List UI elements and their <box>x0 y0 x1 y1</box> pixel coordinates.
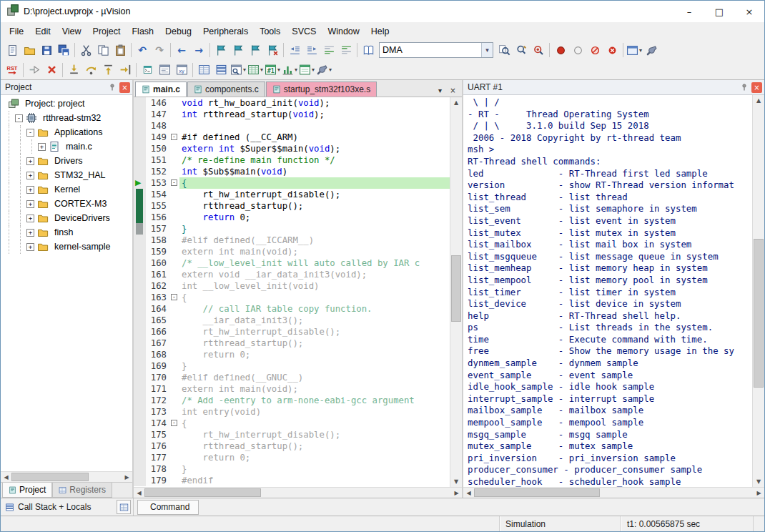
run-button[interactable] <box>26 61 43 79</box>
editor-tab-components-c[interactable]: components.c <box>187 82 265 97</box>
code-line-150[interactable]: 150extern int $Super$$main(void); <box>134 143 450 154</box>
tree-item-cortex-m3[interactable]: +CORTEX-M3 <box>1 197 132 211</box>
menu-project[interactable]: Project <box>87 24 127 39</box>
search-combo-input[interactable] <box>380 45 481 55</box>
menu-flash[interactable]: Flash <box>126 24 159 39</box>
tree-item-finsh[interactable]: +finsh <box>1 225 132 240</box>
code-line-170[interactable]: 170#elif defined(__GNUC__) <box>134 372 450 383</box>
code-line-163[interactable]: 163-{ <box>134 292 450 303</box>
scroll-left-icon[interactable]: ◀ <box>1 474 11 481</box>
code-line-160[interactable]: 160/* __low_level_init will auto called … <box>134 257 450 269</box>
code-line-148[interactable]: 148 <box>134 120 450 132</box>
tree-item-drivers[interactable]: +Drivers <box>1 154 132 168</box>
code-line-168[interactable]: 168 return 0; <box>134 349 450 360</box>
editor-horizontal-scrollbar[interactable]: ◀ ▶ <box>134 487 462 498</box>
code-line-171[interactable]: 171extern int main(void); <box>134 383 450 395</box>
menu-svcs[interactable]: SVCS <box>286 24 322 39</box>
copy-button[interactable] <box>94 41 112 59</box>
symbols-window-button[interactable]: xy <box>173 61 190 79</box>
fold-collapse-icon[interactable]: - <box>171 134 177 140</box>
step-into-button[interactable] <box>65 61 82 79</box>
menu-file[interactable]: File <box>4 24 29 39</box>
callstack-window-button[interactable] <box>212 61 230 79</box>
tree-expander-icon[interactable]: + <box>26 215 34 222</box>
uart-vertical-scrollbar[interactable]: ▲ ▼ <box>752 95 764 487</box>
tree-item-main-c[interactable]: +main.c <box>1 139 132 154</box>
code-line-179[interactable]: 179#endif <box>134 475 450 486</box>
tree-item-kernel[interactable]: +Kernel <box>1 182 132 197</box>
code-line-169[interactable]: 169} <box>134 360 450 372</box>
tree-expander-icon[interactable]: + <box>38 143 46 151</box>
code-line-176[interactable]: 176 rtthread_startup(); <box>134 440 450 452</box>
scroll-left-icon[interactable]: ◀ <box>463 490 474 496</box>
callstack-grid-button[interactable] <box>117 500 131 514</box>
menu-view[interactable]: View <box>56 24 87 39</box>
comment-button[interactable] <box>320 41 337 59</box>
bookmark-prev-button[interactable] <box>230 41 247 59</box>
scrollbar-thumb[interactable] <box>11 473 89 481</box>
editor-tab-main-c[interactable]: main.c <box>135 82 187 97</box>
tab-registers[interactable]: Registers <box>52 483 112 498</box>
tab-list-dropdown-icon[interactable]: ▾ <box>435 87 445 94</box>
scroll-up-icon[interactable]: ▲ <box>450 97 462 108</box>
code-line-157[interactable]: 157} <box>134 223 450 235</box>
code-line-154[interactable]: 154 rt_hw_interrupt_disable(); <box>134 189 450 200</box>
tree-expander-icon[interactable]: + <box>26 200 34 208</box>
tree-expander-icon[interactable]: - <box>26 129 34 137</box>
find-next-button[interactable] <box>495 41 513 59</box>
uart-close-icon[interactable]: × <box>751 82 762 93</box>
uart-horizontal-scrollbar[interactable]: ◀ ▶ <box>463 487 764 498</box>
registers-window-button[interactable] <box>195 61 212 79</box>
menu-debug[interactable]: Debug <box>159 24 197 39</box>
search-combo-dropdown-icon[interactable]: ▾ <box>481 43 493 57</box>
save-button[interactable] <box>38 41 55 59</box>
undo-button[interactable]: ↶ <box>134 41 151 59</box>
editor-vertical-scrollbar[interactable]: ▲ ▼ <box>450 97 462 487</box>
menu-help[interactable]: Help <box>365 24 395 39</box>
code-line-173[interactable]: 173int entry(void) <box>134 406 450 418</box>
fold-collapse-icon[interactable]: - <box>171 420 177 426</box>
nav-back-button[interactable]: ← <box>173 41 190 59</box>
tree-item-rtthread-stm32[interactable]: -rtthread-stm32 <box>1 111 132 125</box>
scrollbar-thumb[interactable] <box>451 255 461 322</box>
indent-button[interactable] <box>303 41 320 59</box>
project-horizontal-scrollbar[interactable]: ◀ ▶ <box>1 471 132 482</box>
scroll-down-icon[interactable]: ▼ <box>450 476 462 487</box>
scroll-up-icon[interactable]: ▲ <box>753 95 764 106</box>
search-combo[interactable]: ▾ <box>379 42 493 58</box>
uart-pin-icon[interactable] <box>738 82 750 93</box>
unindent-button[interactable] <box>286 41 303 59</box>
breakpoint-toggle-button[interactable] <box>552 41 569 59</box>
project-close-icon[interactable]: × <box>119 82 130 93</box>
close-button[interactable]: × <box>734 1 764 22</box>
code-line-162[interactable]: 162int __low_level_init(void) <box>134 280 450 292</box>
nav-forward-button[interactable]: → <box>190 41 207 59</box>
tree-expander-icon[interactable]: + <box>26 186 34 194</box>
toolbox-button[interactable]: ▾ <box>315 61 332 79</box>
serial-window-button[interactable]: #1▾ <box>264 61 281 79</box>
tree-expander-icon[interactable]: - <box>15 114 23 122</box>
cut-button[interactable] <box>77 41 94 59</box>
code-line-164[interactable]: 164 // call IAR table copy function. <box>134 303 450 315</box>
command-window-button[interactable] <box>139 61 156 79</box>
fold-collapse-icon[interactable]: - <box>171 179 177 186</box>
analysis-window-button[interactable]: ▾ <box>281 61 298 79</box>
tree-item-kernel-sample[interactable]: +kernel-sample <box>1 240 132 254</box>
tab-project[interactable]: Project <box>2 483 52 498</box>
code-line-174[interactable]: 174-{ <box>134 418 450 429</box>
stop-button[interactable] <box>43 61 60 79</box>
breakpoint-disable-button[interactable] <box>569 41 586 59</box>
command-panel-tab[interactable]: Command <box>137 500 199 515</box>
uncomment-button[interactable] <box>337 41 355 59</box>
menu-edit[interactable]: Edit <box>29 24 56 39</box>
code-line-146[interactable]: 146void rt_hw_board_init(void); <box>134 97 450 109</box>
find-in-files-button[interactable] <box>360 41 377 59</box>
code-line-166[interactable]: 166 rt_hw_interrupt_disable(); <box>134 326 450 338</box>
code-line-153[interactable]: ▶153-{ <box>134 177 450 189</box>
new-file-button[interactable] <box>4 41 21 59</box>
save-all-button[interactable] <box>55 41 72 59</box>
uart-terminal[interactable]: \ | /- RT - Thread Operating System / | … <box>463 95 752 487</box>
project-pin-icon[interactable] <box>106 82 118 93</box>
tree-item-project-project[interactable]: Project: project <box>1 97 132 111</box>
scroll-right-icon[interactable]: ▶ <box>122 474 132 481</box>
